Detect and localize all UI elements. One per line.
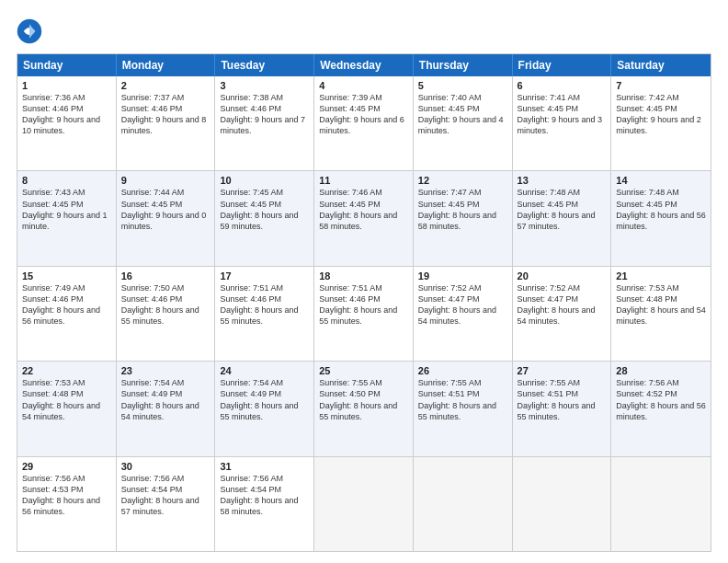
calendar-day-23: 23 Sunrise: 7:54 AMSunset: 4:49 PMDaylig… [117, 362, 216, 455]
day-info: Sunrise: 7:56 AMSunset: 4:53 PMDaylight:… [22, 474, 100, 516]
day-number: 22 [22, 365, 111, 376]
calendar-week-1: 1 Sunrise: 7:36 AMSunset: 4:46 PMDayligh… [17, 76, 711, 171]
day-info: Sunrise: 7:53 AMSunset: 4:48 PMDaylight:… [616, 283, 706, 326]
day-info: Sunrise: 7:36 AMSunset: 4:46 PMDaylight:… [22, 93, 100, 135]
calendar-day-16: 16 Sunrise: 7:50 AMSunset: 4:46 PMDaylig… [117, 267, 216, 361]
day-number: 2 [121, 80, 210, 91]
day-number: 30 [121, 461, 210, 472]
calendar-day-31: 31 Sunrise: 7:56 AMSunset: 4:54 PMDaylig… [215, 457, 314, 551]
logo-icon [17, 18, 42, 44]
day-number: 11 [319, 175, 408, 186]
day-number: 16 [121, 270, 210, 282]
calendar-day-26: 26 Sunrise: 7:55 AMSunset: 4:51 PMDaylig… [414, 362, 513, 455]
day-number: 29 [22, 461, 111, 472]
day-info: Sunrise: 7:55 AMSunset: 4:51 PMDaylight:… [518, 378, 596, 420]
calendar-day-25: 25 Sunrise: 7:55 AMSunset: 4:50 PMDaylig… [314, 362, 414, 455]
day-info: Sunrise: 7:54 AMSunset: 4:49 PMDaylight:… [121, 378, 199, 420]
calendar-day-24: 24 Sunrise: 7:54 AMSunset: 4:49 PMDaylig… [215, 362, 314, 455]
day-info: Sunrise: 7:51 AMSunset: 4:46 PMDaylight:… [319, 283, 397, 326]
day-number: 12 [418, 175, 507, 186]
header-day-thursday: Thursday [414, 54, 513, 76]
day-info: Sunrise: 7:52 AMSunset: 4:47 PMDaylight:… [518, 283, 596, 326]
empty-cell [611, 457, 711, 551]
day-number: 19 [418, 270, 507, 282]
day-number: 15 [22, 270, 111, 282]
calendar-day-3: 3 Sunrise: 7:38 AMSunset: 4:46 PMDayligh… [215, 76, 314, 170]
calendar-week-3: 15 Sunrise: 7:49 AMSunset: 4:46 PMDaylig… [17, 267, 711, 362]
calendar-day-1: 1 Sunrise: 7:36 AMSunset: 4:46 PMDayligh… [17, 76, 117, 170]
header [17, 15, 711, 44]
day-number: 8 [22, 175, 111, 186]
empty-cell [314, 457, 414, 551]
day-number: 23 [121, 365, 210, 376]
day-number: 21 [616, 270, 706, 282]
day-number: 17 [220, 270, 309, 282]
calendar-day-15: 15 Sunrise: 7:49 AMSunset: 4:46 PMDaylig… [17, 267, 117, 361]
calendar-day-10: 10 Sunrise: 7:45 AMSunset: 4:45 PMDaylig… [215, 171, 314, 265]
calendar-day-11: 11 Sunrise: 7:46 AMSunset: 4:45 PMDaylig… [314, 171, 414, 265]
header-day-friday: Friday [513, 54, 612, 76]
day-info: Sunrise: 7:55 AMSunset: 4:51 PMDaylight:… [418, 378, 496, 420]
calendar-day-22: 22 Sunrise: 7:53 AMSunset: 4:48 PMDaylig… [17, 362, 117, 455]
day-number: 9 [121, 175, 210, 186]
day-info: Sunrise: 7:41 AMSunset: 4:45 PMDaylight:… [518, 93, 603, 135]
calendar-day-12: 12 Sunrise: 7:47 AMSunset: 4:45 PMDaylig… [414, 171, 513, 265]
day-number: 6 [518, 80, 607, 91]
day-number: 20 [518, 270, 607, 282]
day-info: Sunrise: 7:53 AMSunset: 4:48 PMDaylight:… [22, 378, 100, 420]
day-info: Sunrise: 7:56 AMSunset: 4:54 PMDaylight:… [121, 474, 199, 516]
day-number: 18 [319, 270, 408, 282]
day-number: 4 [319, 80, 408, 91]
day-info: Sunrise: 7:56 AMSunset: 4:54 PMDaylight:… [220, 474, 298, 516]
calendar-day-17: 17 Sunrise: 7:51 AMSunset: 4:46 PMDaylig… [215, 267, 314, 361]
calendar-day-6: 6 Sunrise: 7:41 AMSunset: 4:45 PMDayligh… [513, 76, 612, 170]
day-number: 25 [319, 365, 408, 376]
calendar-day-13: 13 Sunrise: 7:48 AMSunset: 4:45 PMDaylig… [513, 171, 612, 265]
day-info: Sunrise: 7:56 AMSunset: 4:52 PMDaylight:… [616, 378, 706, 420]
day-info: Sunrise: 7:49 AMSunset: 4:46 PMDaylight:… [22, 283, 100, 326]
day-info: Sunrise: 7:37 AMSunset: 4:46 PMDaylight:… [121, 93, 207, 135]
day-info: Sunrise: 7:55 AMSunset: 4:50 PMDaylight:… [319, 378, 397, 420]
page: SundayMondayTuesdayWednesdayThursdayFrid… [0, 0, 728, 563]
day-info: Sunrise: 7:48 AMSunset: 4:45 PMDaylight:… [616, 188, 706, 230]
day-info: Sunrise: 7:47 AMSunset: 4:45 PMDaylight:… [418, 188, 496, 230]
calendar-week-2: 8 Sunrise: 7:43 AMSunset: 4:45 PMDayligh… [17, 171, 711, 266]
day-info: Sunrise: 7:46 AMSunset: 4:45 PMDaylight:… [319, 188, 397, 230]
day-number: 26 [418, 365, 507, 376]
day-info: Sunrise: 7:48 AMSunset: 4:45 PMDaylight:… [518, 188, 596, 230]
calendar-day-7: 7 Sunrise: 7:42 AMSunset: 4:45 PMDayligh… [611, 76, 711, 170]
calendar-header: SundayMondayTuesdayWednesdayThursdayFrid… [17, 54, 711, 76]
day-number: 24 [220, 365, 309, 376]
calendar-day-2: 2 Sunrise: 7:37 AMSunset: 4:46 PMDayligh… [117, 76, 216, 170]
day-info: Sunrise: 7:44 AMSunset: 4:45 PMDaylight:… [121, 188, 207, 230]
day-number: 1 [22, 80, 111, 91]
calendar-body: 1 Sunrise: 7:36 AMSunset: 4:46 PMDayligh… [17, 76, 711, 551]
day-info: Sunrise: 7:43 AMSunset: 4:45 PMDaylight:… [22, 188, 108, 230]
day-info: Sunrise: 7:50 AMSunset: 4:46 PMDaylight:… [121, 283, 199, 326]
day-number: 14 [616, 175, 706, 186]
header-day-tuesday: Tuesday [215, 54, 314, 76]
calendar-day-9: 9 Sunrise: 7:44 AMSunset: 4:45 PMDayligh… [117, 171, 216, 265]
calendar-week-4: 22 Sunrise: 7:53 AMSunset: 4:48 PMDaylig… [17, 362, 711, 456]
day-info: Sunrise: 7:38 AMSunset: 4:46 PMDaylight:… [220, 93, 305, 135]
calendar-day-18: 18 Sunrise: 7:51 AMSunset: 4:46 PMDaylig… [314, 267, 414, 361]
day-number: 3 [220, 80, 309, 91]
day-info: Sunrise: 7:51 AMSunset: 4:46 PMDaylight:… [220, 283, 298, 326]
calendar-day-4: 4 Sunrise: 7:39 AMSunset: 4:45 PMDayligh… [314, 76, 414, 170]
calendar-day-19: 19 Sunrise: 7:52 AMSunset: 4:47 PMDaylig… [414, 267, 513, 361]
day-number: 31 [220, 461, 309, 472]
day-number: 10 [220, 175, 309, 186]
empty-cell [513, 457, 612, 551]
day-info: Sunrise: 7:42 AMSunset: 4:45 PMDaylight:… [616, 93, 701, 135]
calendar-day-8: 8 Sunrise: 7:43 AMSunset: 4:45 PMDayligh… [17, 171, 117, 265]
day-number: 7 [616, 80, 706, 91]
header-day-saturday: Saturday [611, 54, 711, 76]
calendar-day-5: 5 Sunrise: 7:40 AMSunset: 4:45 PMDayligh… [414, 76, 513, 170]
header-day-sunday: Sunday [17, 54, 117, 76]
calendar-day-20: 20 Sunrise: 7:52 AMSunset: 4:47 PMDaylig… [513, 267, 612, 361]
calendar-day-27: 27 Sunrise: 7:55 AMSunset: 4:51 PMDaylig… [513, 362, 612, 455]
day-info: Sunrise: 7:39 AMSunset: 4:45 PMDaylight:… [319, 93, 404, 135]
day-info: Sunrise: 7:45 AMSunset: 4:45 PMDaylight:… [220, 188, 298, 230]
day-info: Sunrise: 7:54 AMSunset: 4:49 PMDaylight:… [220, 378, 298, 420]
day-number: 27 [518, 365, 607, 376]
